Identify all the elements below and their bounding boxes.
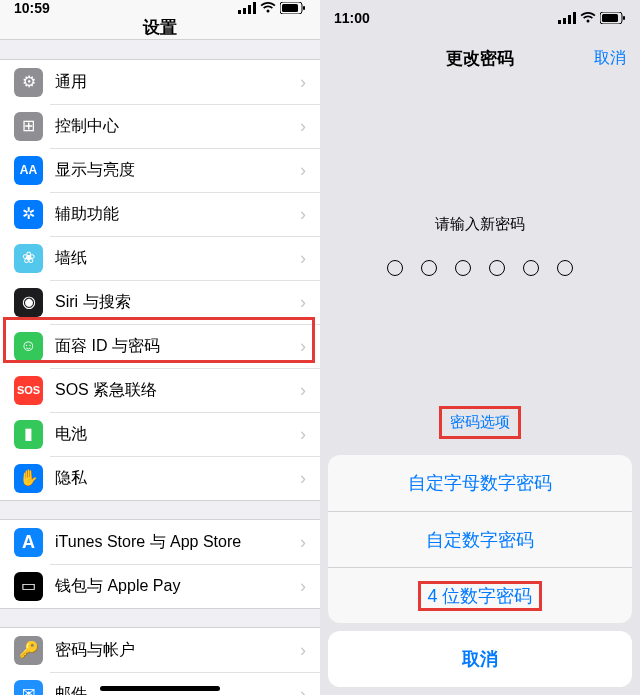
chevron-right-icon: › — [300, 72, 306, 93]
svg-rect-8 — [563, 18, 566, 24]
row-label: 面容 ID 与密码 — [55, 336, 300, 357]
passcode-options-link[interactable]: 密码选项 — [450, 413, 510, 430]
nav-title: 更改密码 — [446, 47, 514, 70]
option-label: 4 位数字密码 — [427, 586, 532, 606]
settings-row-wall[interactable]: ❀墙纸› — [0, 236, 320, 280]
svg-rect-7 — [558, 20, 561, 24]
chevron-right-icon: › — [300, 576, 306, 597]
row-label: 电池 — [55, 424, 300, 445]
settings-row-general[interactable]: ⚙通用› — [0, 60, 320, 104]
row-label: Siri 与搜索 — [55, 292, 300, 313]
nav-bar: 更改密码 取消 — [320, 36, 640, 80]
chevron-right-icon: › — [300, 424, 306, 445]
display-icon: AA — [14, 156, 43, 185]
settings-row-priv[interactable]: ✋隐私› — [0, 456, 320, 500]
chevron-right-icon: › — [300, 468, 306, 489]
option-label: 自定字母数字密码 — [408, 471, 552, 495]
batt-icon: ▮ — [14, 420, 43, 449]
signal-icon — [558, 12, 576, 24]
passcode-dot — [421, 260, 437, 276]
action-sheet-cancel[interactable]: 取消 — [328, 631, 632, 687]
option-4-digit[interactable]: 4 位数字密码 — [328, 567, 632, 623]
status-time: 10:59 — [14, 0, 50, 16]
group-separator — [0, 608, 320, 628]
highlight-4-digit-option: 4 位数字密码 — [418, 581, 541, 611]
chevron-right-icon: › — [300, 160, 306, 181]
store-icon: A — [14, 528, 43, 557]
chevron-right-icon: › — [300, 116, 306, 137]
sos-icon: SOS — [14, 376, 43, 405]
row-label: SOS 紧急联络 — [55, 380, 300, 401]
change-passcode-screen: 11:00 更改密码 取消 请输入新密码 密码选项 — [320, 0, 640, 695]
wall-icon: ❀ — [14, 244, 43, 273]
settings-row-display[interactable]: AA显示与亮度› — [0, 148, 320, 192]
nav-bar: 设置 — [0, 16, 320, 40]
settings-row-pass[interactable]: 🔑密码与帐户› — [0, 628, 320, 672]
pass-icon: 🔑 — [14, 636, 43, 665]
passcode-dot — [455, 260, 471, 276]
passcode-dot — [489, 260, 505, 276]
siri-icon: ◉ — [14, 288, 43, 317]
highlight-passcode-options: 密码选项 — [439, 406, 521, 439]
row-label: 密码与帐户 — [55, 640, 300, 661]
settings-row-sos[interactable]: SOSSOS 紧急联络› — [0, 368, 320, 412]
passcode-prompt: 请输入新密码 — [435, 215, 525, 234]
action-sheet: 自定字母数字密码 自定数字密码 4 位数字密码 取消 — [328, 455, 632, 687]
passcode-dot — [523, 260, 539, 276]
group-separator — [0, 500, 320, 520]
wifi-icon — [580, 12, 596, 24]
row-label: 显示与亮度 — [55, 160, 300, 181]
status-bar: 10:59 — [0, 0, 320, 16]
svg-rect-10 — [573, 12, 576, 24]
status-indicators — [238, 2, 306, 14]
wallet-icon: ▭ — [14, 572, 43, 601]
access-icon: ✲ — [14, 200, 43, 229]
row-label: 辅助功能 — [55, 204, 300, 225]
svg-rect-12 — [602, 14, 618, 22]
settings-row-access[interactable]: ✲辅助功能› — [0, 192, 320, 236]
face-icon: ☺ — [14, 332, 43, 361]
svg-rect-3 — [253, 2, 256, 14]
status-indicators — [558, 12, 626, 24]
nav-title: 设置 — [143, 16, 177, 39]
settings-row-control[interactable]: ⊞控制中心› — [0, 104, 320, 148]
nav-cancel-button[interactable]: 取消 — [594, 48, 626, 69]
wifi-icon — [260, 2, 276, 14]
svg-rect-5 — [282, 4, 298, 12]
settings-row-face[interactable]: ☺面容 ID 与密码› — [0, 324, 320, 368]
home-indicator — [100, 686, 220, 691]
settings-row-wallet[interactable]: ▭钱包与 Apple Pay› — [0, 564, 320, 608]
chevron-right-icon: › — [300, 684, 306, 696]
svg-rect-2 — [248, 5, 251, 14]
battery-icon — [600, 12, 626, 24]
chevron-right-icon: › — [300, 336, 306, 357]
settings-row-store[interactable]: AiTunes Store 与 App Store› — [0, 520, 320, 564]
row-label: 隐私 — [55, 468, 300, 489]
option-custom-numeric[interactable]: 自定数字密码 — [328, 511, 632, 567]
settings-row-siri[interactable]: ◉Siri 与搜索› — [0, 280, 320, 324]
chevron-right-icon: › — [300, 292, 306, 313]
svg-rect-6 — [303, 6, 305, 10]
cancel-label: 取消 — [462, 647, 498, 671]
chevron-right-icon: › — [300, 248, 306, 269]
row-label: 控制中心 — [55, 116, 300, 137]
settings-list: ⚙通用›⊞控制中心›AA显示与亮度›✲辅助功能›❀墙纸›◉Siri 与搜索›☺面… — [0, 40, 320, 695]
chevron-right-icon: › — [300, 640, 306, 661]
status-bar: 11:00 — [320, 0, 640, 36]
svg-rect-0 — [238, 10, 241, 14]
group-separator — [0, 40, 320, 60]
chevron-right-icon: › — [300, 380, 306, 401]
battery-icon — [280, 2, 306, 14]
passcode-dot — [557, 260, 573, 276]
row-label: 钱包与 Apple Pay — [55, 576, 300, 597]
passcode-dot — [387, 260, 403, 276]
chevron-right-icon: › — [300, 204, 306, 225]
svg-rect-13 — [623, 16, 625, 20]
settings-row-batt[interactable]: ▮电池› — [0, 412, 320, 456]
option-label: 自定数字密码 — [426, 528, 534, 552]
chevron-right-icon: › — [300, 532, 306, 553]
mail-icon: ✉ — [14, 680, 43, 696]
settings-row-mail[interactable]: ✉邮件› — [0, 672, 320, 695]
action-sheet-options: 自定字母数字密码 自定数字密码 4 位数字密码 — [328, 455, 632, 623]
option-custom-alphanumeric[interactable]: 自定字母数字密码 — [328, 455, 632, 511]
